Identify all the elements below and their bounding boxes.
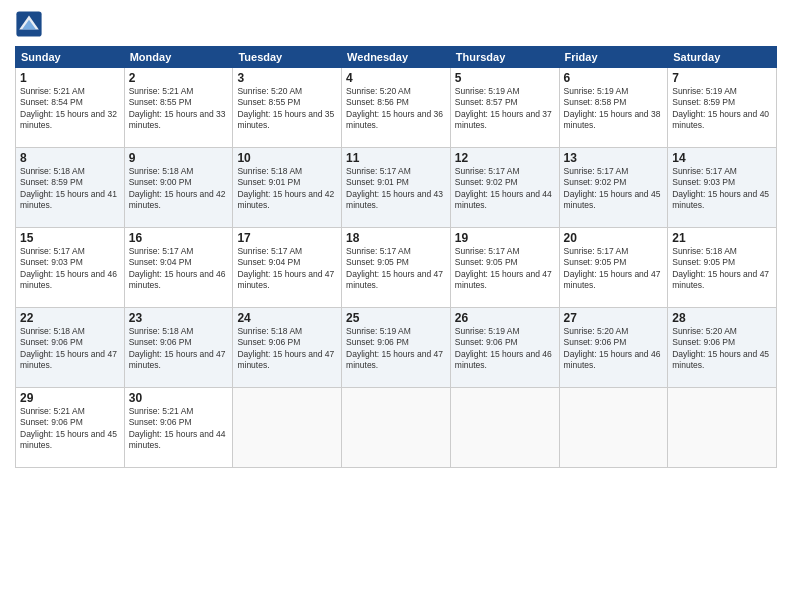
- calendar-cell: 19 Sunrise: 5:17 AMSunset: 9:05 PMDaylig…: [450, 228, 559, 308]
- day-number: 15: [20, 231, 120, 245]
- week-row-3: 15 Sunrise: 5:17 AMSunset: 9:03 PMDaylig…: [16, 228, 777, 308]
- day-info: Sunrise: 5:20 AMSunset: 8:56 PMDaylight:…: [346, 86, 446, 132]
- calendar-cell: 27 Sunrise: 5:20 AMSunset: 9:06 PMDaylig…: [559, 308, 668, 388]
- calendar-cell: 5 Sunrise: 5:19 AMSunset: 8:57 PMDayligh…: [450, 68, 559, 148]
- day-info: Sunrise: 5:19 AMSunset: 9:06 PMDaylight:…: [455, 326, 555, 372]
- day-info: Sunrise: 5:17 AMSunset: 9:02 PMDaylight:…: [455, 166, 555, 212]
- day-header-saturday: Saturday: [668, 47, 777, 68]
- day-number: 8: [20, 151, 120, 165]
- calendar-cell: 20 Sunrise: 5:17 AMSunset: 9:05 PMDaylig…: [559, 228, 668, 308]
- calendar-cell: 21 Sunrise: 5:18 AMSunset: 9:05 PMDaylig…: [668, 228, 777, 308]
- day-number: 25: [346, 311, 446, 325]
- header: [15, 10, 777, 38]
- day-info: Sunrise: 5:17 AMSunset: 9:04 PMDaylight:…: [129, 246, 229, 292]
- logo-icon: [15, 10, 43, 38]
- day-info: Sunrise: 5:17 AMSunset: 9:05 PMDaylight:…: [346, 246, 446, 292]
- day-info: Sunrise: 5:18 AMSunset: 9:06 PMDaylight:…: [129, 326, 229, 372]
- day-info: Sunrise: 5:17 AMSunset: 9:03 PMDaylight:…: [672, 166, 772, 212]
- calendar-cell: 6 Sunrise: 5:19 AMSunset: 8:58 PMDayligh…: [559, 68, 668, 148]
- week-row-4: 22 Sunrise: 5:18 AMSunset: 9:06 PMDaylig…: [16, 308, 777, 388]
- day-number: 5: [455, 71, 555, 85]
- week-row-2: 8 Sunrise: 5:18 AMSunset: 8:59 PMDayligh…: [16, 148, 777, 228]
- calendar-cell: 1 Sunrise: 5:21 AMSunset: 8:54 PMDayligh…: [16, 68, 125, 148]
- calendar-cell: 3 Sunrise: 5:20 AMSunset: 8:55 PMDayligh…: [233, 68, 342, 148]
- day-number: 1: [20, 71, 120, 85]
- day-info: Sunrise: 5:18 AMSunset: 9:01 PMDaylight:…: [237, 166, 337, 212]
- day-header-monday: Monday: [124, 47, 233, 68]
- day-info: Sunrise: 5:20 AMSunset: 9:06 PMDaylight:…: [672, 326, 772, 372]
- calendar-cell: [342, 388, 451, 468]
- calendar-cell: 12 Sunrise: 5:17 AMSunset: 9:02 PMDaylig…: [450, 148, 559, 228]
- day-number: 28: [672, 311, 772, 325]
- day-number: 21: [672, 231, 772, 245]
- day-header-tuesday: Tuesday: [233, 47, 342, 68]
- calendar: SundayMondayTuesdayWednesdayThursdayFrid…: [15, 46, 777, 468]
- calendar-cell: 23 Sunrise: 5:18 AMSunset: 9:06 PMDaylig…: [124, 308, 233, 388]
- calendar-cell: 28 Sunrise: 5:20 AMSunset: 9:06 PMDaylig…: [668, 308, 777, 388]
- calendar-cell: 10 Sunrise: 5:18 AMSunset: 9:01 PMDaylig…: [233, 148, 342, 228]
- day-info: Sunrise: 5:17 AMSunset: 9:04 PMDaylight:…: [237, 246, 337, 292]
- day-number: 10: [237, 151, 337, 165]
- day-info: Sunrise: 5:17 AMSunset: 9:05 PMDaylight:…: [564, 246, 664, 292]
- day-number: 26: [455, 311, 555, 325]
- calendar-cell: 7 Sunrise: 5:19 AMSunset: 8:59 PMDayligh…: [668, 68, 777, 148]
- calendar-cell: 17 Sunrise: 5:17 AMSunset: 9:04 PMDaylig…: [233, 228, 342, 308]
- day-info: Sunrise: 5:21 AMSunset: 9:06 PMDaylight:…: [20, 406, 120, 452]
- day-info: Sunrise: 5:17 AMSunset: 9:01 PMDaylight:…: [346, 166, 446, 212]
- day-info: Sunrise: 5:20 AMSunset: 9:06 PMDaylight:…: [564, 326, 664, 372]
- calendar-cell: [450, 388, 559, 468]
- calendar-cell: 13 Sunrise: 5:17 AMSunset: 9:02 PMDaylig…: [559, 148, 668, 228]
- calendar-cell: 9 Sunrise: 5:18 AMSunset: 9:00 PMDayligh…: [124, 148, 233, 228]
- calendar-cell: [559, 388, 668, 468]
- calendar-cell: 4 Sunrise: 5:20 AMSunset: 8:56 PMDayligh…: [342, 68, 451, 148]
- calendar-cell: 29 Sunrise: 5:21 AMSunset: 9:06 PMDaylig…: [16, 388, 125, 468]
- day-info: Sunrise: 5:18 AMSunset: 9:06 PMDaylight:…: [20, 326, 120, 372]
- day-number: 9: [129, 151, 229, 165]
- calendar-cell: 2 Sunrise: 5:21 AMSunset: 8:55 PMDayligh…: [124, 68, 233, 148]
- day-number: 18: [346, 231, 446, 245]
- day-info: Sunrise: 5:18 AMSunset: 9:06 PMDaylight:…: [237, 326, 337, 372]
- day-info: Sunrise: 5:17 AMSunset: 9:02 PMDaylight:…: [564, 166, 664, 212]
- day-info: Sunrise: 5:21 AMSunset: 9:06 PMDaylight:…: [129, 406, 229, 452]
- day-number: 27: [564, 311, 664, 325]
- day-number: 11: [346, 151, 446, 165]
- day-number: 3: [237, 71, 337, 85]
- day-info: Sunrise: 5:18 AMSunset: 9:00 PMDaylight:…: [129, 166, 229, 212]
- day-number: 17: [237, 231, 337, 245]
- calendar-cell: 14 Sunrise: 5:17 AMSunset: 9:03 PMDaylig…: [668, 148, 777, 228]
- calendar-cell: 26 Sunrise: 5:19 AMSunset: 9:06 PMDaylig…: [450, 308, 559, 388]
- week-row-1: 1 Sunrise: 5:21 AMSunset: 8:54 PMDayligh…: [16, 68, 777, 148]
- calendar-cell: 11 Sunrise: 5:17 AMSunset: 9:01 PMDaylig…: [342, 148, 451, 228]
- day-number: 23: [129, 311, 229, 325]
- day-info: Sunrise: 5:17 AMSunset: 9:03 PMDaylight:…: [20, 246, 120, 292]
- day-number: 2: [129, 71, 229, 85]
- day-number: 16: [129, 231, 229, 245]
- day-info: Sunrise: 5:19 AMSunset: 8:57 PMDaylight:…: [455, 86, 555, 132]
- day-header-sunday: Sunday: [16, 47, 125, 68]
- day-number: 4: [346, 71, 446, 85]
- day-number: 14: [672, 151, 772, 165]
- day-info: Sunrise: 5:18 AMSunset: 9:05 PMDaylight:…: [672, 246, 772, 292]
- day-number: 6: [564, 71, 664, 85]
- day-number: 22: [20, 311, 120, 325]
- day-number: 29: [20, 391, 120, 405]
- day-info: Sunrise: 5:19 AMSunset: 9:06 PMDaylight:…: [346, 326, 446, 372]
- calendar-cell: 22 Sunrise: 5:18 AMSunset: 9:06 PMDaylig…: [16, 308, 125, 388]
- day-number: 7: [672, 71, 772, 85]
- calendar-cell: [233, 388, 342, 468]
- calendar-cell: 24 Sunrise: 5:18 AMSunset: 9:06 PMDaylig…: [233, 308, 342, 388]
- day-number: 30: [129, 391, 229, 405]
- calendar-cell: 30 Sunrise: 5:21 AMSunset: 9:06 PMDaylig…: [124, 388, 233, 468]
- day-number: 13: [564, 151, 664, 165]
- day-info: Sunrise: 5:17 AMSunset: 9:05 PMDaylight:…: [455, 246, 555, 292]
- logo: [15, 10, 47, 38]
- day-info: Sunrise: 5:20 AMSunset: 8:55 PMDaylight:…: [237, 86, 337, 132]
- day-number: 20: [564, 231, 664, 245]
- day-info: Sunrise: 5:19 AMSunset: 8:58 PMDaylight:…: [564, 86, 664, 132]
- day-info: Sunrise: 5:18 AMSunset: 8:59 PMDaylight:…: [20, 166, 120, 212]
- calendar-cell: 25 Sunrise: 5:19 AMSunset: 9:06 PMDaylig…: [342, 308, 451, 388]
- day-header-wednesday: Wednesday: [342, 47, 451, 68]
- day-info: Sunrise: 5:21 AMSunset: 8:54 PMDaylight:…: [20, 86, 120, 132]
- page: SundayMondayTuesdayWednesdayThursdayFrid…: [0, 0, 792, 612]
- calendar-cell: 8 Sunrise: 5:18 AMSunset: 8:59 PMDayligh…: [16, 148, 125, 228]
